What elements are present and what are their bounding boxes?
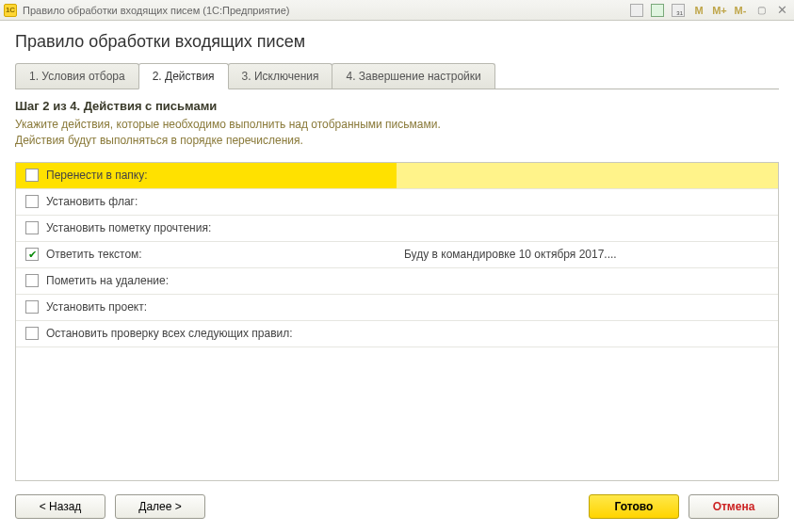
finish-button[interactable]: Готово (589, 494, 679, 519)
checkbox[interactable] (25, 169, 39, 182)
memory-mminus-button[interactable]: M- (732, 3, 749, 18)
calendar-icon[interactable] (649, 3, 666, 18)
action-label: Пометить на удаление: (46, 274, 404, 287)
window-title: Правило обработки входящих писем (1С:Пре… (23, 5, 628, 16)
calendar-date-icon[interactable]: 31 (670, 3, 687, 18)
action-label: Установить пометку прочтения: (46, 221, 404, 234)
action-row-stop-rules[interactable]: Остановить проверку всех следующих прави… (16, 321, 778, 347)
action-label: Ответить текстом: (46, 248, 404, 261)
close-button[interactable]: ✕ (773, 3, 790, 18)
action-row-set-flag[interactable]: Установить флаг: (16, 189, 778, 216)
action-label: Перенести в папку: (46, 169, 404, 182)
tabs: 1. Условия отбора 2. Действия 3. Исключе… (15, 63, 779, 89)
checkbox[interactable] (25, 300, 39, 314)
tab-conditions[interactable]: 1. Условия отбора (15, 63, 139, 89)
step-header: Шаг 2 из 4. Действия с письмами Укажите … (15, 89, 779, 162)
step-title: Шаг 2 из 4. Действия с письмами (15, 99, 779, 113)
back-button[interactable]: < Назад (15, 494, 105, 519)
action-row-mark-delete[interactable]: Пометить на удаление: (16, 268, 778, 295)
window-body: Правило обработки входящих писем 1. Усло… (0, 21, 794, 532)
action-label: Установить флаг: (46, 195, 404, 208)
next-button[interactable]: Далее > (115, 494, 205, 519)
memory-m-button[interactable]: M (690, 3, 707, 18)
step-description: Укажите действия, которые необходимо вып… (15, 117, 779, 149)
checkbox[interactable] (25, 327, 39, 340)
checkbox[interactable] (25, 221, 39, 234)
action-label: Остановить проверку всех следующих прави… (46, 327, 404, 340)
titlebar: 1C Правило обработки входящих писем (1С:… (0, 0, 794, 21)
action-row-set-project[interactable]: Установить проект: (16, 295, 778, 321)
checkbox[interactable] (25, 195, 39, 208)
memory-mplus-button[interactable]: M+ (711, 3, 728, 18)
page-title: Правило обработки входящих писем (15, 32, 779, 52)
cancel-button[interactable]: Отмена (689, 494, 779, 519)
tab-actions[interactable]: 2. Действия (138, 63, 229, 89)
doc-icon[interactable] (628, 3, 645, 18)
tab-finish[interactable]: 4. Завершение настройки (332, 63, 494, 89)
titlebar-actions: 31 M M+ M- ▢ ✕ (628, 3, 790, 18)
footer-buttons: < Назад Далее > Готово Отмена (15, 494, 779, 519)
action-label: Установить проект: (46, 300, 404, 314)
action-row-set-read[interactable]: Установить пометку прочтения: (16, 216, 778, 242)
action-row-reply-text[interactable]: Ответить текстом: Буду в командировке 10… (16, 242, 778, 268)
tab-exclusions[interactable]: 3. Исключения (228, 63, 333, 89)
checkbox[interactable] (25, 248, 39, 261)
action-value[interactable]: Буду в командировке 10 октября 2017.... (404, 248, 769, 261)
checkbox[interactable] (25, 274, 39, 287)
actions-list: Перенести в папку: Установить флаг: Уста… (15, 162, 779, 481)
app-icon: 1C (4, 4, 17, 17)
action-row-move-to-folder[interactable]: Перенести в папку: (16, 163, 778, 189)
maximize-button[interactable]: ▢ (753, 3, 770, 18)
